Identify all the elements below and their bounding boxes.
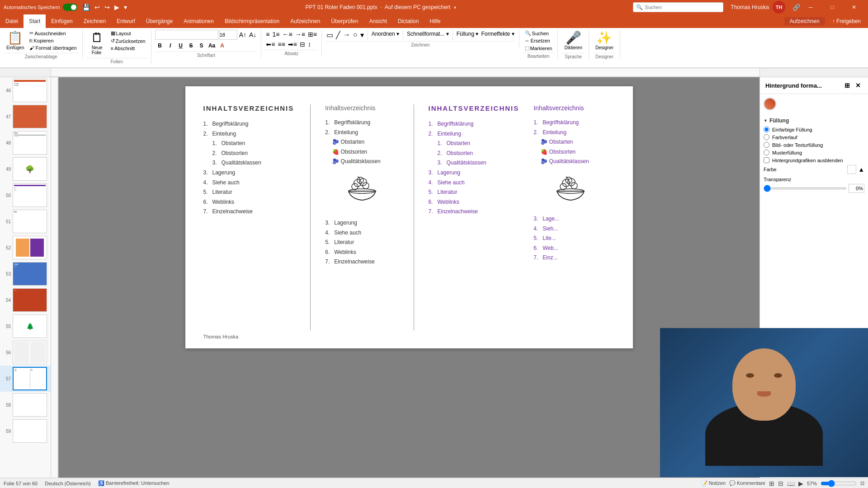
- zoom-fit-button[interactable]: ⊡: [860, 480, 864, 486]
- view-slide-sorter[interactable]: ⊟: [778, 480, 783, 487]
- view-normal[interactable]: ⊞: [769, 480, 774, 487]
- slide-thumb-56[interactable]: 56: [0, 339, 51, 366]
- share-icon[interactable]: 🔗: [793, 4, 800, 11]
- search-input[interactable]: [645, 5, 708, 10]
- quick-styles-button[interactable]: Schnellformat... ▾: [406, 30, 450, 38]
- layout-button[interactable]: ▦ Layout: [109, 30, 147, 37]
- shape-line[interactable]: ╱: [335, 30, 341, 40]
- font-spacing-button[interactable]: Aa: [207, 41, 217, 51]
- slide-thumb-49[interactable]: 49 🌳: [0, 156, 51, 182]
- select-button[interactable]: ⬚ Markieren: [523, 45, 554, 52]
- solid-fill-option[interactable]: Einfarbige Füllung: [764, 127, 864, 132]
- bullets-button[interactable]: ≡: [265, 30, 270, 39]
- zoom-slider[interactable]: [821, 481, 857, 486]
- shapes-more[interactable]: ▾: [359, 30, 365, 40]
- arrange-button[interactable]: Anordnen ▾: [371, 30, 400, 38]
- new-slide-button[interactable]: 🗒 NeueFolie: [86, 30, 108, 57]
- bold-button[interactable]: B: [155, 41, 165, 51]
- comments-button[interactable]: 💬 Kommentare: [729, 480, 765, 486]
- slide-thumb-58[interactable]: 58: [0, 392, 51, 418]
- search-bar[interactable]: 🔍: [633, 2, 723, 12]
- tab-datei[interactable]: Datei: [0, 14, 24, 28]
- underline-button[interactable]: U: [176, 41, 186, 51]
- slide-thumb-51[interactable]: 51 Text: [0, 208, 51, 235]
- format-button[interactable]: 🖌 Format übertragen: [28, 45, 78, 51]
- gradient-fill-radio[interactable]: [764, 134, 769, 140]
- undo-icon[interactable]: ↩: [93, 4, 101, 11]
- indent-decrease-button[interactable]: ←≡: [281, 30, 293, 39]
- indent-increase-button[interactable]: →≡: [294, 30, 306, 39]
- reset-button[interactable]: ↺ Zurücksetzen: [109, 38, 147, 44]
- gradient-fill-option[interactable]: Farbverlauf: [764, 134, 864, 140]
- slide-thumb-57[interactable]: 57 TOC 1. Item2. Item3. Item TOC 1. Item…: [0, 366, 51, 392]
- fill-button[interactable]: Füllung ▾: [456, 30, 480, 38]
- user-avatar[interactable]: TH: [773, 1, 785, 14]
- outline-button[interactable]: Formeffekte ▾: [480, 30, 515, 38]
- accessibility-indicator[interactable]: ♿ Barrierefreiheit: Untersuchen: [98, 480, 170, 486]
- pattern-fill-radio[interactable]: [764, 150, 769, 155]
- hide-graphics-option[interactable]: Hintergrundgrafiken ausblenden: [764, 157, 864, 163]
- tab-ansicht[interactable]: Ansicht: [363, 14, 392, 28]
- pattern-fill-option[interactable]: Musterfüllung: [764, 150, 864, 155]
- slide-thumb-46[interactable]: 46 ● Punkt ● Punkt: [0, 77, 51, 103]
- cut-button[interactable]: ✂ Ausschneiden: [28, 30, 78, 37]
- align-center-button[interactable]: ≡≡: [277, 40, 286, 49]
- solid-fill-radio[interactable]: [764, 127, 769, 132]
- record-button[interactable]: Aufzeichnen: [784, 17, 825, 25]
- tab-uebergaenge[interactable]: Übergänge: [141, 14, 178, 28]
- slide-thumb-55[interactable]: 55 🌲: [0, 313, 51, 339]
- autosave-toggle[interactable]: [63, 4, 77, 11]
- dictate-button[interactable]: 🎤 Diktieren: [561, 30, 585, 52]
- slide-thumb-53[interactable]: 53 Inhalts. 1. Item2. Item: [0, 261, 51, 287]
- font-color-button[interactable]: A: [217, 41, 227, 51]
- align-right-button[interactable]: ➡≡: [287, 40, 298, 49]
- paste-button[interactable]: 📋 Einfügen: [4, 30, 27, 52]
- slide-thumb-48[interactable]: 48 TITLE Text content: [0, 130, 51, 156]
- decrease-font-button[interactable]: A↓: [248, 31, 257, 38]
- share-button[interactable]: ↑ Freigeben: [829, 17, 864, 25]
- section-button[interactable]: ≡ Abschnitt: [109, 45, 147, 52]
- canvas-area[interactable]: INHALTSVERZEICHNIS 1. Begriffsklärung 2.…: [58, 77, 760, 478]
- transparency-slider[interactable]: [764, 188, 847, 189]
- color-swatch[interactable]: [847, 165, 856, 174]
- tab-bildschirm[interactable]: Bildschirmpräsentation: [219, 14, 285, 28]
- line-spacing-button[interactable]: ↕: [307, 40, 312, 49]
- notes-button[interactable]: 📝 Notizen: [701, 480, 726, 486]
- tab-dictation[interactable]: Dictation: [392, 14, 425, 28]
- minimize-button[interactable]: ─: [800, 0, 821, 14]
- tab-hilfe[interactable]: Hilfe: [424, 14, 446, 28]
- font-size-input[interactable]: [219, 30, 237, 40]
- increase-font-button[interactable]: A↑: [238, 31, 247, 38]
- view-presentation[interactable]: ▶: [798, 480, 803, 487]
- copy-button[interactable]: ⎘ Kopieren: [28, 38, 78, 44]
- tab-start[interactable]: Start: [24, 14, 46, 28]
- texture-fill-option[interactable]: Bild- oder Texturfüllung: [764, 142, 864, 148]
- columns-button[interactable]: ⊞≡: [307, 30, 318, 39]
- replace-button[interactable]: ↔ Ersetzen: [523, 38, 552, 44]
- customize-icon[interactable]: ▾: [123, 4, 128, 11]
- slide-thumb-52[interactable]: 52: [0, 235, 51, 261]
- redo-icon[interactable]: ↪: [103, 4, 111, 11]
- slide-thumb-54[interactable]: 54 TITLE: [0, 287, 51, 313]
- designer-button[interactable]: ✨ Designer: [593, 30, 616, 52]
- font-family-input[interactable]: [155, 30, 218, 40]
- slide-thumb-59[interactable]: 59: [0, 418, 51, 444]
- shape-circle[interactable]: ○: [352, 30, 359, 40]
- close-button[interactable]: ✕: [844, 0, 864, 14]
- save-icon[interactable]: 💾: [81, 4, 91, 11]
- numbering-button[interactable]: 1≡: [271, 30, 280, 39]
- tab-zeichnen[interactable]: Zeichnen: [78, 14, 111, 28]
- shape-rect[interactable]: ▭: [326, 30, 334, 40]
- panel-expand-button[interactable]: ⊞: [843, 81, 852, 90]
- present-icon[interactable]: ▶: [113, 4, 121, 11]
- texture-fill-radio[interactable]: [764, 142, 769, 148]
- shadow-button[interactable]: S: [197, 41, 207, 51]
- view-reading[interactable]: 📖: [787, 480, 795, 487]
- tab-ueberpruefen[interactable]: Überprüfen: [326, 14, 363, 28]
- tab-animationen[interactable]: Animationen: [178, 14, 219, 28]
- strikethrough-button[interactable]: S: [186, 41, 196, 51]
- justify-button[interactable]: ⊟: [299, 40, 306, 49]
- hide-graphics-checkbox[interactable]: [764, 157, 769, 163]
- align-left-button[interactable]: ⬅≡: [265, 40, 276, 49]
- slide-thumb-50[interactable]: 50 Item 1Item 2Item 3: [0, 182, 51, 208]
